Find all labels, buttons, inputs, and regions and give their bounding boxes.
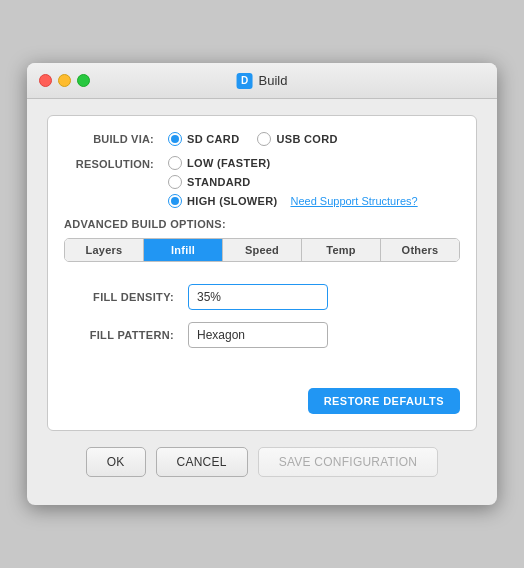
resolution-high-label: High (Slower) — [187, 195, 277, 207]
fill-pattern-select[interactable]: Lines Rectilinear Hexagon Concentric Hil… — [188, 322, 328, 348]
radio-sd-card[interactable]: SD Card — [168, 132, 239, 146]
window-title-area: D Build — [237, 73, 288, 89]
tab-speed[interactable]: Speed — [223, 239, 302, 261]
resolution-standard-row: Standard — [168, 175, 418, 189]
resolution-high-row: High (Slower) Need Support Structures? — [168, 194, 418, 208]
support-structures-link[interactable]: Need Support Structures? — [290, 195, 417, 207]
restore-defaults-row: Restore Defaults — [64, 388, 460, 414]
fill-density-wrapper: 35% — [188, 284, 328, 310]
bottom-buttons: OK CANCEL SAVE CONFIGURATION — [47, 443, 477, 489]
tab-infill[interactable]: Infill — [144, 239, 223, 261]
radio-sd-card-circle[interactable] — [168, 132, 182, 146]
maximize-button[interactable] — [77, 74, 90, 87]
main-panel: Build Via: SD Card USB Cord Resolution: — [47, 115, 477, 431]
tab-temp[interactable]: Temp — [302, 239, 381, 261]
fill-density-row: Fill Density: 35% — [64, 284, 460, 310]
resolution-section: Resolution: Low (Faster) Standard High (… — [64, 156, 460, 208]
radio-high-circle[interactable] — [168, 194, 182, 208]
content-area: Build Via: SD Card USB Cord Resolution: — [27, 99, 497, 505]
resolution-options: Low (Faster) Standard High (Slower) Need… — [168, 156, 418, 208]
build-via-row: Build Via: SD Card USB Cord — [64, 132, 460, 146]
advanced-label: Advanced Build Options: — [64, 218, 460, 230]
radio-usb-cord[interactable]: USB Cord — [257, 132, 337, 146]
close-button[interactable] — [39, 74, 52, 87]
radio-usb-cord-circle[interactable] — [257, 132, 271, 146]
fill-pattern-wrapper: Lines Rectilinear Hexagon Concentric Hil… — [188, 322, 328, 348]
tab-others[interactable]: Others — [381, 239, 459, 261]
fill-density-label: Fill Density: — [64, 291, 174, 303]
restore-defaults-button[interactable]: Restore Defaults — [308, 388, 460, 414]
save-configuration-button[interactable]: SAVE CONFIGURATION — [258, 447, 439, 477]
traffic-lights — [39, 74, 90, 87]
radio-low-circle[interactable] — [168, 156, 182, 170]
build-via-label: Build Via: — [64, 133, 154, 145]
radio-sd-card-label: SD Card — [187, 133, 239, 145]
ok-button[interactable]: OK — [86, 447, 146, 477]
resolution-standard-label: Standard — [187, 176, 251, 188]
radio-usb-cord-label: USB Cord — [276, 133, 337, 145]
main-window: D Build Build Via: SD Card USB Cord — [27, 63, 497, 505]
titlebar: D Build — [27, 63, 497, 99]
build-via-options: SD Card USB Cord — [168, 132, 338, 146]
fill-density-select[interactable]: 35% — [188, 284, 328, 310]
advanced-tabs: Layers Infill Speed Temp Others — [64, 238, 460, 262]
window-title: Build — [259, 73, 288, 88]
cancel-button[interactable]: CANCEL — [156, 447, 248, 477]
radio-standard-circle[interactable] — [168, 175, 182, 189]
tab-layers[interactable]: Layers — [65, 239, 144, 261]
fill-pattern-label: Fill Pattern: — [64, 329, 174, 341]
resolution-low-row: Low (Faster) — [168, 156, 418, 170]
app-icon: D — [237, 73, 253, 89]
fill-pattern-row: Fill Pattern: Lines Rectilinear Hexagon … — [64, 322, 460, 348]
resolution-low-label: Low (Faster) — [187, 157, 270, 169]
minimize-button[interactable] — [58, 74, 71, 87]
fields-area: Fill Density: 35% Fill Pattern: Lines Re… — [64, 276, 460, 368]
resolution-label: Resolution: — [64, 156, 154, 208]
